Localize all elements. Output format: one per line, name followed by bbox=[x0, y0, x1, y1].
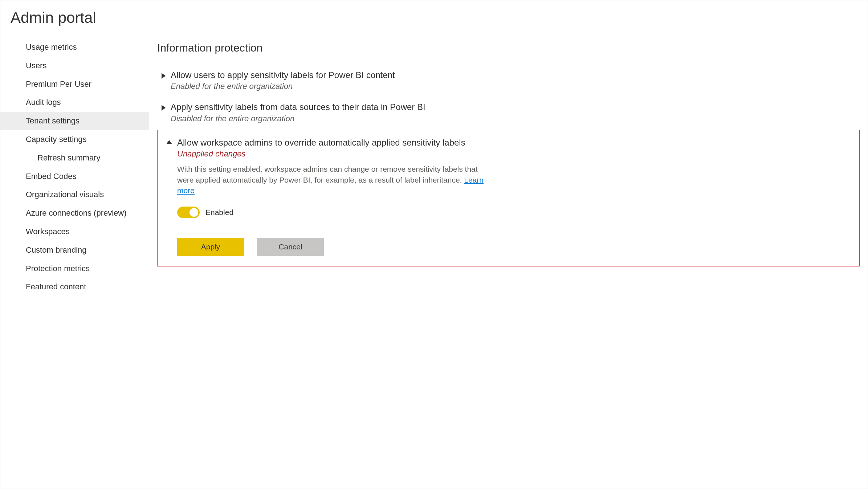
sidebar-item-custom-branding[interactable]: Custom branding bbox=[0, 241, 149, 260]
sidebar-item-users[interactable]: Users bbox=[0, 57, 149, 75]
toggle-label: Enabled bbox=[205, 208, 233, 217]
toggle-knob bbox=[190, 208, 198, 217]
sidebar-item-label: Refresh summary bbox=[37, 153, 101, 162]
sidebar-item-label: Tenant settings bbox=[26, 116, 80, 125]
setting-texts: Allow workspace admins to override autom… bbox=[177, 137, 852, 159]
sidebar-item-organizational-visuals[interactable]: Organizational visuals bbox=[0, 186, 149, 204]
page-title: Admin portal bbox=[0, 0, 868, 35]
setting-header[interactable]: Allow workspace admins to override autom… bbox=[166, 137, 852, 159]
sidebar-item-label: Audit logs bbox=[26, 98, 61, 107]
setting-texts: Allow users to apply sensitivity labels … bbox=[171, 69, 860, 91]
sidebar-item-label: Embed Codes bbox=[26, 172, 76, 181]
layout: Usage metrics Users Premium Per User Aud… bbox=[0, 35, 868, 318]
sidebar-item-tenant-settings[interactable]: Tenant settings bbox=[0, 112, 149, 130]
setting-status: Enabled for the entire organization bbox=[171, 82, 860, 91]
enabled-toggle[interactable] bbox=[177, 207, 200, 218]
sidebar-item-label: Azure connections (preview) bbox=[26, 208, 127, 217]
setting-title: Allow workspace admins to override autom… bbox=[177, 137, 852, 148]
main-content: Information protection Allow users to ap… bbox=[149, 35, 868, 318]
sidebar-item-premium-per-user[interactable]: Premium Per User bbox=[0, 75, 149, 94]
sidebar-item-featured-content[interactable]: Featured content bbox=[0, 278, 149, 296]
setting-apply-labels-from-sources: Apply sensitivity labels from data sourc… bbox=[157, 96, 860, 128]
setting-header[interactable]: Apply sensitivity labels from data sourc… bbox=[162, 101, 860, 123]
setting-title: Allow users to apply sensitivity labels … bbox=[171, 69, 860, 81]
setting-status-unapplied: Unapplied changes bbox=[177, 149, 852, 159]
setting-texts: Apply sensitivity labels from data sourc… bbox=[171, 101, 860, 123]
section-heading: Information protection bbox=[157, 42, 860, 54]
setting-description: With this setting enabled, workspace adm… bbox=[177, 164, 489, 196]
apply-button[interactable]: Apply bbox=[177, 238, 244, 256]
setting-header[interactable]: Allow users to apply sensitivity labels … bbox=[162, 69, 860, 91]
sidebar-item-label: Featured content bbox=[26, 282, 86, 291]
sidebar-item-label: Users bbox=[26, 61, 46, 70]
setting-body: With this setting enabled, workspace adm… bbox=[166, 164, 852, 256]
caret-right-icon bbox=[162, 73, 166, 79]
sidebar-item-label: Capacity settings bbox=[26, 135, 87, 144]
button-row: Apply Cancel bbox=[177, 238, 852, 256]
sidebar-item-embed-codes[interactable]: Embed Codes bbox=[0, 167, 149, 186]
setting-title: Apply sensitivity labels from data sourc… bbox=[171, 101, 860, 113]
sidebar-item-azure-connections[interactable]: Azure connections (preview) bbox=[0, 204, 149, 223]
setting-description-text: With this setting enabled, workspace adm… bbox=[177, 165, 478, 184]
admin-portal-container: Admin portal Usage metrics Users Premium… bbox=[0, 0, 868, 489]
caret-down-icon bbox=[166, 140, 172, 144]
sidebar-item-refresh-summary[interactable]: Refresh summary bbox=[0, 149, 149, 167]
sidebar-item-label: Organizational visuals bbox=[26, 190, 104, 199]
sidebar-item-label: Custom branding bbox=[26, 245, 87, 254]
sidebar-item-usage-metrics[interactable]: Usage metrics bbox=[0, 38, 149, 57]
highlight-box: Allow workspace admins to override autom… bbox=[157, 130, 860, 267]
cancel-button[interactable]: Cancel bbox=[257, 238, 324, 256]
setting-allow-users-apply-labels: Allow users to apply sensitivity labels … bbox=[157, 64, 860, 96]
caret-right-icon bbox=[162, 105, 166, 111]
sidebar-item-label: Premium Per User bbox=[26, 80, 91, 89]
setting-status: Disabled for the entire organization bbox=[171, 114, 860, 123]
sidebar-item-label: Protection metrics bbox=[26, 264, 90, 273]
sidebar-item-label: Workspaces bbox=[26, 227, 70, 236]
sidebar-item-protection-metrics[interactable]: Protection metrics bbox=[0, 260, 149, 278]
sidebar-item-label: Usage metrics bbox=[26, 42, 77, 52]
sidebar-nav: Usage metrics Users Premium Per User Aud… bbox=[0, 35, 149, 318]
setting-allow-workspace-admins-override: Allow workspace admins to override autom… bbox=[162, 136, 852, 256]
sidebar-item-workspaces[interactable]: Workspaces bbox=[0, 223, 149, 241]
sidebar-item-audit-logs[interactable]: Audit logs bbox=[0, 93, 149, 112]
toggle-row: Enabled bbox=[177, 207, 852, 218]
sidebar-item-capacity-settings[interactable]: Capacity settings bbox=[0, 130, 149, 149]
